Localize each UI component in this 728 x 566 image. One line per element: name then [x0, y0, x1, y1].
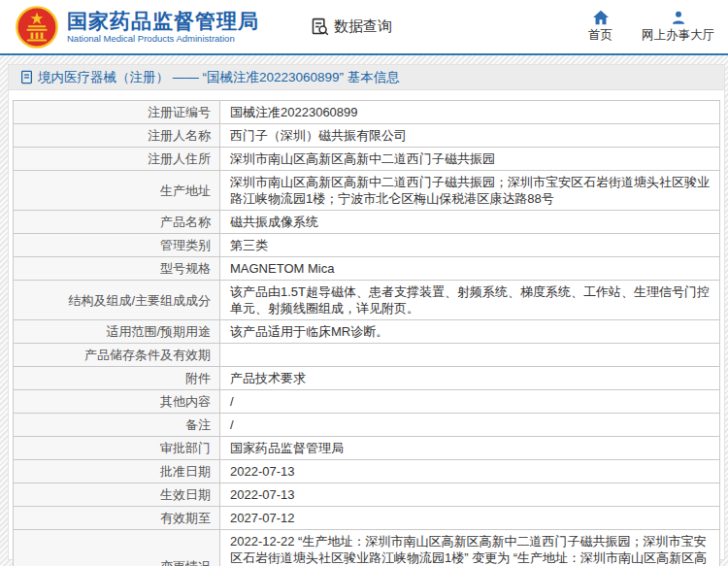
table-row: 备注/	[14, 414, 720, 437]
table-row: 管理类别第三类	[14, 234, 720, 257]
table-row: 结构及组成/主要组成成分该产品由1.5T超导磁体、患者支撑装置、射频系统、梯度系…	[14, 281, 720, 320]
data-query-doc-search-icon	[310, 17, 330, 37]
row-label: 审批部门	[14, 437, 220, 460]
row-value: 深圳市南山区高新区高新中二道西门子磁共振园	[220, 148, 720, 171]
table-row: 批准日期2022-07-13	[14, 460, 720, 483]
row-label: 产品储存条件及有效期	[14, 344, 220, 367]
row-value: 国械注准20223060899	[220, 101, 720, 124]
breadcrumb-text: 境内医疗器械（注册） —— “国械注准20223060899” 基本信息	[38, 69, 400, 86]
row-value: 西门子（深圳）磁共振有限公司	[220, 124, 720, 148]
row-label: 备注	[14, 414, 220, 437]
table-row: 型号规格MAGNETOM Mica	[14, 257, 720, 281]
national-emblem-icon	[16, 6, 58, 49]
row-value: 磁共振成像系统	[220, 211, 720, 234]
row-label: 结构及组成/主要组成成分	[14, 281, 220, 320]
row-label: 产品名称	[14, 211, 220, 234]
table-row: 注册人住所深圳市南山区高新区高新中二道西门子磁共振园	[14, 148, 720, 171]
org-name-en: National Medical Products Administration	[67, 33, 259, 45]
row-value: /	[220, 414, 720, 437]
nav-service-hall-label: 网上办事大厅	[642, 27, 714, 44]
site-logo[interactable]: 国家药品监督管理局 National Medical Products Admi…	[16, 6, 259, 49]
row-value: 产品技术要求	[220, 367, 720, 390]
table-row: 生产地址深圳市南山区高新区高新中二道西门子磁共振园；深圳市宝安区石岩街道塘头社区…	[14, 171, 720, 211]
table-row: 产品名称磁共振成像系统	[14, 211, 720, 234]
row-value: 2022-12-22 “生产地址：深圳市南山区高新区高新中二道西门子磁共振园；深…	[220, 530, 720, 566]
row-value: 第三类	[220, 234, 720, 257]
row-label: 其他内容	[14, 390, 220, 414]
row-label: 生产地址	[14, 171, 220, 211]
header-nav: 首页 网上办事大厅	[588, 10, 714, 44]
row-value: /	[220, 390, 720, 414]
row-value: 2027-07-12	[220, 507, 720, 530]
breadcrumb: 境内医疗器械（注册） —— “国械注准20223060899” 基本信息	[9, 65, 724, 90]
registration-info-table: 注册证编号国械注准20223060899注册人名称西门子（深圳）磁共振有限公司注…	[13, 100, 720, 566]
org-name-zh: 国家药品监督管理局	[67, 10, 259, 33]
row-label: 注册证编号	[14, 101, 220, 124]
nav-service-hall[interactable]: 网上办事大厅	[642, 10, 714, 44]
data-query-label: 数据查询	[334, 17, 392, 36]
table-row: 变更情况2022-12-22 “生产地址：深圳市南山区高新区高新中二道西门子磁共…	[14, 530, 720, 566]
row-value: 2022-07-13	[220, 460, 720, 483]
person-icon	[671, 10, 686, 25]
row-value	[220, 344, 720, 367]
row-label: 注册人住所	[14, 148, 220, 171]
row-label: 型号规格	[14, 257, 220, 281]
row-label: 变更情况	[14, 530, 220, 566]
row-value: 2022-07-13	[220, 483, 720, 507]
table-row: 产品储存条件及有效期	[14, 344, 720, 367]
row-value: MAGNETOM Mica	[220, 257, 720, 281]
table-row: 适用范围/预期用途该产品适用于临床MR诊断。	[14, 320, 720, 344]
table-row: 附件产品技术要求	[14, 367, 720, 390]
table-row: 注册人名称西门子（深圳）磁共振有限公司	[14, 124, 720, 148]
data-query-menu[interactable]: 数据查询	[310, 17, 392, 37]
info-table-body: 注册证编号国械注准20223060899注册人名称西门子（深圳）磁共振有限公司注…	[14, 101, 720, 566]
table-row: 生效日期2022-07-13	[14, 483, 720, 507]
row-value: 该产品适用于临床MR诊断。	[220, 320, 720, 344]
row-label: 批准日期	[14, 460, 220, 483]
row-label: 注册人名称	[14, 124, 220, 148]
row-label: 有效期至	[14, 507, 220, 530]
row-value: 该产品由1.5T超导磁体、患者支撑装置、射频系统、梯度系统、工作站、生理信号门控…	[220, 281, 720, 320]
table-row: 审批部门国家药品监督管理局	[14, 437, 720, 460]
row-label: 生效日期	[14, 483, 220, 507]
nav-home[interactable]: 首页	[588, 10, 612, 44]
row-value: 国家药品监督管理局	[220, 437, 720, 460]
row-label: 适用范围/预期用途	[14, 320, 220, 344]
document-icon	[20, 70, 33, 84]
table-row: 注册证编号国械注准20223060899	[14, 101, 720, 124]
table-row: 其他内容/	[14, 390, 720, 414]
row-label: 管理类别	[14, 234, 220, 257]
table-row: 有效期至2027-07-12	[14, 507, 720, 530]
row-label: 附件	[14, 367, 220, 390]
nav-home-label: 首页	[588, 27, 612, 44]
site-header: 国家药品监督管理局 National Medical Products Admi…	[0, 0, 728, 55]
home-icon	[592, 10, 610, 25]
row-value: 深圳市南山区高新区高新中二道西门子磁共振园；深圳市宝安区石岩街道塘头社区骏业路江…	[220, 171, 720, 211]
content-panel: 境内医疗器械（注册） —— “国械注准20223060899” 基本信息 注册证…	[8, 64, 725, 560]
